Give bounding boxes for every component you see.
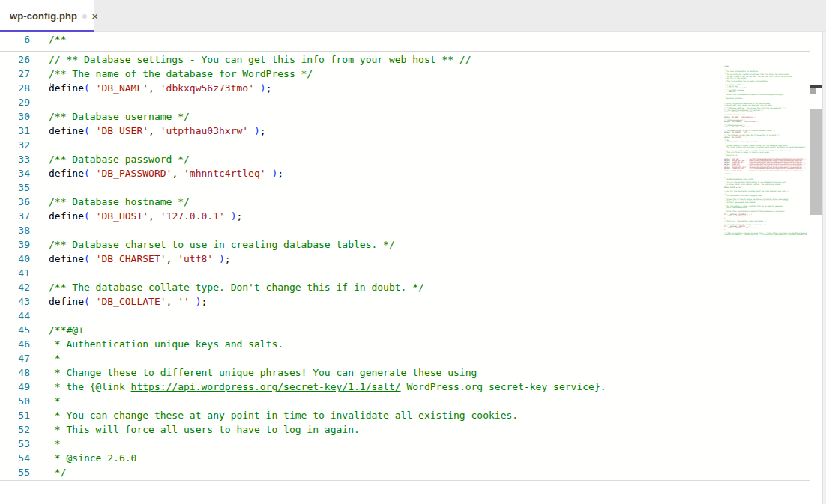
minimap-line: * the {@link https://api.wordpress.org/s… <box>724 146 807 148</box>
code-text: */ <box>30 465 810 479</box>
code-line[interactable]: 44 <box>0 309 810 323</box>
editor-pane[interactable]: 6/** 26// ** Database settings - You can… <box>0 32 810 480</box>
line-number: 32 <box>0 138 30 152</box>
caret-tick <box>50 83 51 87</box>
code-text: define( 'DB_CHARSET', 'utf8' ); <box>30 252 810 266</box>
code-text: define( 'DB_COLLATE', '' ); <box>30 294 810 309</box>
tab-title: wp-config.php <box>10 10 77 22</box>
line-number: 36 <box>0 195 30 209</box>
line-number: 49 <box>0 380 30 394</box>
code-line[interactable]: 50 * <box>0 394 810 408</box>
code-line[interactable]: 54 * @since 2.6.0 <box>0 451 810 465</box>
code-text: * the {@link https://api.wordpress.org/s… <box>30 380 810 394</box>
line-number: 46 <box>0 337 30 351</box>
line-number: 53 <box>0 437 30 451</box>
code-line[interactable]: 26// ** Database settings - You can get … <box>0 52 810 67</box>
code-line[interactable]: 37define( 'DB_HOST', '127.0.0.1' ); <box>0 209 810 223</box>
line-number: 34 <box>0 166 30 180</box>
code-line[interactable]: 27/** The name of the database for WordP… <box>0 67 810 81</box>
overview-ruler-decoration <box>810 88 816 94</box>
code-line[interactable]: 42/** The database collate type. Don't c… <box>0 280 810 294</box>
code-line[interactable]: 55 */ <box>0 465 810 479</box>
line-number: 52 <box>0 422 30 437</box>
code-text: define( 'DB_NAME', 'dbkxqw56z73tmo' ); <box>30 81 810 95</box>
code-line[interactable]: 35 <box>0 180 810 195</box>
code-text <box>30 309 810 323</box>
minimap[interactable]: <?php /** * The base configuration for W… <box>724 65 807 239</box>
line-number: 29 <box>0 95 30 109</box>
code-line[interactable]: 34define( 'DB_PASSWORD', 'mhnntc4rtleq' … <box>0 166 810 180</box>
code-text: /** Database charset to use in creating … <box>30 237 810 252</box>
line-number: 47 <box>0 351 30 365</box>
code-line[interactable]: 33/** Database password */ <box>0 152 810 166</box>
code-text: define( 'DB_HOST', '127.0.0.1' ); <box>30 209 810 223</box>
code-line[interactable]: 38 <box>0 223 810 237</box>
right-gutter-strip <box>823 32 826 504</box>
code-line[interactable]: 47 * <box>0 351 810 365</box>
code-text: /** The database collate type. Don't cha… <box>30 280 810 294</box>
code-text: * <box>30 351 810 365</box>
code-text: /** Database username */ <box>30 109 810 124</box>
code-text: /** Database hostname */ <box>30 195 810 209</box>
modified-dot-icon <box>82 14 87 19</box>
code-text <box>30 180 810 195</box>
line-number: 55 <box>0 465 30 479</box>
code-line[interactable]: 48 * Change these to different unique ph… <box>0 365 810 380</box>
line-number: 41 <box>0 266 30 280</box>
code-text: // ** Database settings - You can get th… <box>30 52 810 67</box>
code-text: * This will force all users to have to l… <box>30 422 810 437</box>
line-number: 31 <box>0 124 30 138</box>
scrollbar-thumb[interactable] <box>810 109 822 215</box>
code-text: * Change these to different unique phras… <box>30 365 810 380</box>
code-line[interactable]: 40define( 'DB_CHARSET', 'utf8' ); <box>0 252 810 266</box>
line-number: 6 <box>0 32 30 46</box>
line-number: 30 <box>0 109 30 124</box>
code-line[interactable]: 41 <box>0 266 810 280</box>
tab-wp-config[interactable]: wp-config.php × <box>0 0 94 32</box>
code-line[interactable]: 52 * This will force all users to have t… <box>0 422 810 437</box>
sticky-scroll-line[interactable]: 6/** <box>0 32 810 52</box>
code-line[interactable]: 6/** <box>0 32 66 46</box>
code-editor-window: wp-config.php × 6/** 26// ** Database se… <box>0 0 826 504</box>
minimap-line: define( 'NONCE_SALT', 'aSd8fGh1jKl4zXc7v… <box>724 170 807 171</box>
code-line[interactable]: 36/** Database hostname */ <box>0 195 810 209</box>
code-line[interactable]: 43define( 'DB_COLLATE', '' ); <box>0 294 810 309</box>
code-line[interactable]: 49 * the {@link https://api.wordpress.or… <box>0 380 810 394</box>
line-number: 40 <box>0 252 30 266</box>
close-icon[interactable]: × <box>91 10 98 22</box>
code-text <box>30 95 810 109</box>
code-line[interactable]: 30/** Database username */ <box>0 109 810 124</box>
code-text <box>30 223 810 237</box>
line-number: 33 <box>0 152 30 166</box>
code-lines: 26// ** Database settings - You can get … <box>0 52 810 479</box>
line-number: 35 <box>0 180 30 195</box>
indent-guide <box>46 369 46 480</box>
code-line[interactable]: 51 * You can change these at any point i… <box>0 408 810 422</box>
line-number: 45 <box>0 323 30 337</box>
line-number: 48 <box>0 365 30 380</box>
code-text: /** The name of the database for WordPre… <box>30 67 810 81</box>
vertical-scrollbar[interactable] <box>810 32 823 504</box>
code-line[interactable]: 46 * Authentication unique keys and salt… <box>0 337 810 351</box>
code-text: define( 'DB_PASSWORD', 'mhnntc4rtleq' ); <box>30 166 810 180</box>
code-line[interactable]: 45/**#@+ <box>0 323 810 337</box>
code-line[interactable]: 32 <box>0 138 810 152</box>
code-line[interactable]: 39/** Database charset to use in creatin… <box>0 237 810 252</box>
code-line[interactable]: 53 * <box>0 437 810 451</box>
line-number: 42 <box>0 280 30 294</box>
line-number: 54 <box>0 451 30 465</box>
code-line[interactable]: 31define( 'DB_USER', 'utpfhau03hxrw' ); <box>0 124 810 138</box>
code-text: /** Database password */ <box>30 152 810 166</box>
line-number: 39 <box>0 237 30 252</box>
code-text <box>30 266 810 280</box>
editor-bottom-border <box>0 480 810 481</box>
code-line[interactable]: 29 <box>0 95 810 109</box>
code-text: * Authentication unique keys and salts. <box>30 337 810 351</box>
code-text: * <box>30 437 810 451</box>
line-number: 26 <box>0 52 30 67</box>
line-number: 27 <box>0 67 30 81</box>
line-number: 51 <box>0 408 30 422</box>
minimap-line: require_once ABSPATH . 'wp-settings.php'… <box>724 234 807 235</box>
line-number: 28 <box>0 81 30 95</box>
code-line[interactable]: 28define( 'DB_NAME', 'dbkxqw56z73tmo' ); <box>0 81 810 95</box>
